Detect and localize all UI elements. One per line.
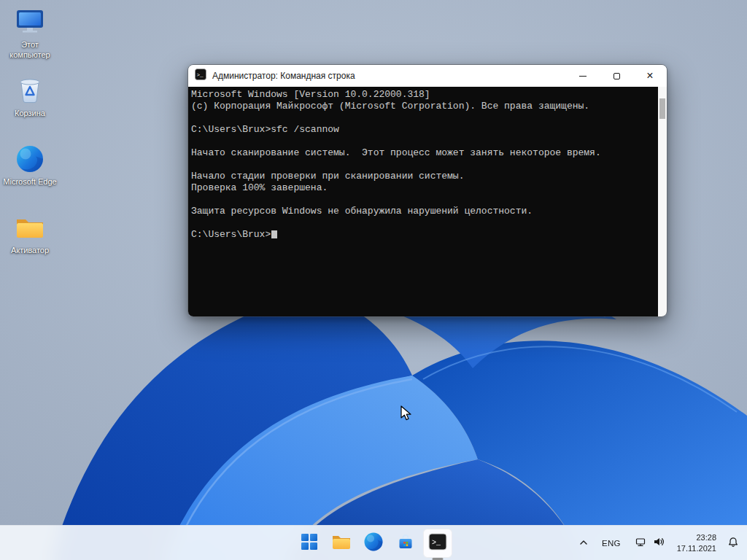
desktop-icon-this-pc[interactable]: Этот компьютер — [1, 7, 58, 69]
command-prompt-button[interactable]: >_ — [423, 529, 452, 558]
clock-time: 23:28 — [677, 532, 716, 543]
terminal-line: Начато сканирование системы. Этот процес… — [191, 147, 658, 159]
notification-bell-icon — [727, 536, 739, 551]
desktop-icon-label: Этот компьютер — [3, 40, 57, 61]
taskbar: >_ ENG — [0, 525, 747, 560]
terminal-line: Проверка 100% завершена. — [191, 182, 658, 194]
terminal-scrollbar[interactable] — [658, 87, 667, 316]
desktop-icon-label: Корзина — [15, 109, 45, 119]
terminal-line: C:\Users\Brux>sfc /scannow — [191, 124, 658, 136]
system-tray-button[interactable] — [628, 529, 671, 558]
svg-text:>_: >_ — [432, 539, 441, 547]
clock-date: 17.11.2021 — [677, 543, 716, 554]
edge-button[interactable] — [359, 529, 388, 558]
active-app-indicator — [433, 558, 444, 560]
terminal-line: Microsoft Windows [Version 10.0.22000.31… — [191, 89, 658, 101]
this-pc-icon — [15, 7, 45, 36]
terminal-line: Защита ресурсов Windows не обнаружила на… — [191, 206, 658, 217]
maximize-button[interactable] — [600, 65, 633, 87]
desktop-icon-recycle-bin[interactable]: Корзина — [1, 76, 58, 137]
terminal-line — [191, 159, 658, 171]
terminal-cursor — [271, 230, 277, 238]
terminal-line — [191, 194, 658, 206]
terminal-line — [191, 217, 658, 229]
taskbar-tray: ENG — [573, 529, 744, 558]
terminal-line: (c) Корпорация Майкрософт (Microsoft Cor… — [191, 101, 658, 112]
microsoft-store-icon — [396, 532, 415, 554]
start-icon — [301, 534, 317, 553]
scrollbar-thumb[interactable] — [659, 98, 665, 119]
edge-icon — [364, 532, 383, 554]
window-title: Администратор: Командная строка — [212, 71, 355, 81]
terminal-line: Начало стадии проверки при сканировании … — [191, 171, 658, 182]
terminal-prompt-line: C:\Users\Brux> — [191, 229, 658, 241]
cmd-window: >_ Администратор: Командная строка × Mic… — [187, 64, 667, 317]
terminal-line — [191, 136, 658, 147]
notification-button[interactable] — [722, 529, 744, 558]
cmd-titlebar[interactable]: >_ Администратор: Командная строка × — [188, 65, 667, 87]
desktop-icon-edge[interactable]: Microsoft Edge — [1, 144, 58, 206]
start-button[interactable] — [295, 529, 324, 558]
terminal-line — [191, 112, 658, 124]
window-controls: × — [566, 65, 667, 87]
language-indicator[interactable]: ENG — [595, 529, 628, 558]
microsoft-store-button[interactable] — [391, 529, 420, 558]
recycle-bin-icon — [15, 76, 45, 105]
close-button[interactable]: × — [633, 65, 667, 87]
desktop-icon-list: Этот компьютер Корзина — [1, 7, 58, 274]
minimize-button[interactable] — [566, 65, 600, 87]
minimize-icon — [579, 76, 587, 77]
close-icon: × — [646, 70, 653, 82]
volume-icon — [653, 536, 665, 551]
edge-icon — [15, 144, 45, 174]
command-prompt-icon: >_ — [428, 532, 447, 554]
desktop-icon-label: Microsoft Edge — [3, 177, 56, 187]
terminal-area: Microsoft Windows [Version 10.0.22000.31… — [188, 87, 667, 316]
taskbar-center-icons: >_ — [295, 526, 452, 560]
folder-icon — [15, 213, 45, 242]
clock[interactable]: 23:28 17.11.2021 — [671, 529, 722, 558]
chevron-up-icon — [579, 537, 588, 550]
network-icon — [635, 536, 646, 551]
file-explorer-icon — [332, 534, 351, 553]
cmd-icon: >_ — [195, 69, 206, 83]
desktop-icon-aktivator[interactable]: Активатор — [1, 213, 58, 274]
tray-overflow-button[interactable] — [573, 529, 595, 558]
file-explorer-button[interactable] — [327, 529, 356, 558]
desktop-icon-label: Активатор — [11, 246, 49, 256]
svg-text:>_: >_ — [197, 72, 204, 78]
maximize-icon — [614, 73, 620, 79]
terminal-output[interactable]: Microsoft Windows [Version 10.0.22000.31… — [188, 87, 658, 316]
